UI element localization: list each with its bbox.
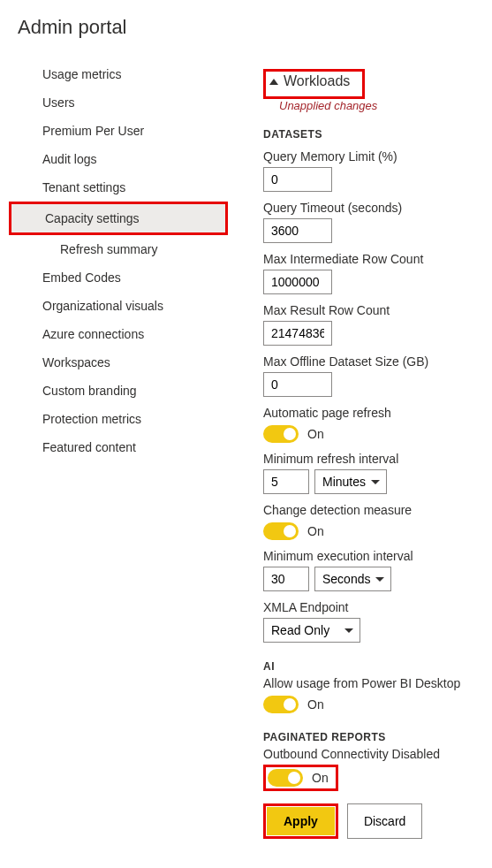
sidebar: Usage metrics Users Premium Per User Aud… [18, 60, 228, 839]
apply-button[interactable]: Apply [267, 807, 335, 835]
auto-refresh-label: Automatic page refresh [263, 406, 492, 420]
workloads-title: Workloads [284, 73, 350, 89]
outbound-toggle[interactable] [268, 769, 303, 787]
sidebar-item-embed-codes[interactable]: Embed Codes [18, 263, 228, 292]
max-offline-label: Max Offline Dataset Size (GB) [263, 354, 492, 369]
max-intermediate-input[interactable] [263, 270, 332, 294]
change-detect-state: On [307, 524, 324, 538]
datasets-group-label: DATASETS [263, 128, 492, 141]
ai-group-label: AI [263, 660, 492, 673]
min-refresh-unit-select[interactable]: Minutes [314, 469, 387, 494]
change-detect-toggle[interactable] [263, 522, 299, 540]
apply-highlight: Apply [263, 803, 338, 839]
min-exec-unit-select[interactable]: Seconds [314, 567, 391, 591]
max-offline-input[interactable] [263, 372, 332, 397]
query-memory-label: Query Memory Limit (%) [263, 149, 492, 164]
max-result-input[interactable] [263, 321, 332, 346]
outbound-state: On [312, 771, 329, 785]
collapse-triangle-icon [269, 79, 278, 85]
workloads-header[interactable]: Workloads [263, 69, 365, 99]
query-timeout-input[interactable] [263, 218, 332, 243]
sidebar-item-users[interactable]: Users [18, 88, 228, 117]
min-exec-input[interactable] [263, 567, 309, 591]
sidebar-item-capacity-settings[interactable]: Capacity settings [9, 202, 228, 235]
sidebar-item-azure-connections[interactable]: Azure connections [18, 320, 228, 348]
unapplied-changes-label: Unapplied changes [279, 99, 492, 112]
xmla-select[interactable]: Read Only [263, 618, 360, 643]
page-title: Admin portal [18, 16, 492, 39]
sidebar-item-organizational-visuals[interactable]: Organizational visuals [18, 292, 228, 320]
content-panel: Workloads Unapplied changes DATASETS Que… [263, 60, 492, 839]
auto-refresh-state: On [307, 427, 324, 441]
discard-button[interactable]: Discard [347, 803, 422, 839]
sidebar-item-usage-metrics[interactable]: Usage metrics [18, 60, 228, 88]
outbound-label: Outbound Connectivity Disabled [263, 747, 492, 761]
max-result-label: Max Result Row Count [263, 303, 492, 317]
xmla-label: XMLA Endpoint [263, 600, 492, 614]
sidebar-item-protection-metrics[interactable]: Protection metrics [18, 405, 228, 433]
query-memory-input[interactable] [263, 167, 332, 192]
min-refresh-label: Minimum refresh interval [263, 452, 492, 466]
sidebar-item-premium-per-user[interactable]: Premium Per User [18, 117, 228, 145]
query-timeout-label: Query Timeout (seconds) [263, 201, 492, 215]
sidebar-item-featured-content[interactable]: Featured content [18, 433, 228, 461]
sidebar-item-audit-logs[interactable]: Audit logs [18, 145, 228, 173]
ai-allow-state: On [307, 697, 324, 712]
sidebar-item-custom-branding[interactable]: Custom branding [18, 377, 228, 405]
sidebar-item-refresh-summary[interactable]: Refresh summary [18, 235, 228, 263]
min-exec-label: Minimum execution interval [263, 549, 492, 563]
ai-allow-label: Allow usage from Power BI Desktop [263, 676, 492, 690]
paginated-group-label: PAGINATED REPORTS [263, 731, 492, 743]
min-refresh-input[interactable] [263, 469, 309, 494]
ai-allow-toggle[interactable] [263, 696, 299, 713]
change-detect-label: Change detection measure [263, 503, 492, 517]
sidebar-item-workspaces[interactable]: Workspaces [18, 348, 228, 377]
auto-refresh-toggle[interactable] [263, 425, 299, 443]
max-intermediate-label: Max Intermediate Row Count [263, 252, 492, 266]
sidebar-item-tenant-settings[interactable]: Tenant settings [18, 173, 228, 202]
outbound-toggle-highlight: On [263, 765, 338, 791]
